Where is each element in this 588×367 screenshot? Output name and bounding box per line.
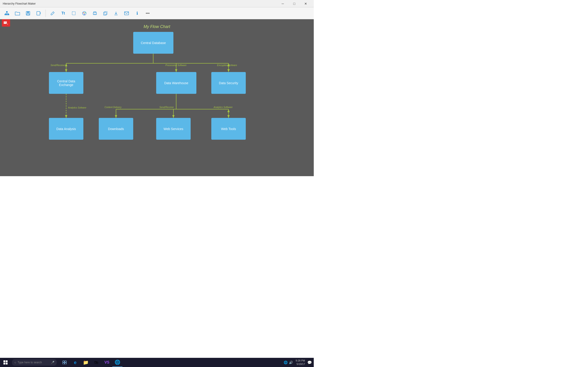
label-encryption-software: Encryption Sofware xyxy=(217,64,237,67)
svg-rect-11 xyxy=(27,14,29,15)
node-web-services[interactable]: Web Services xyxy=(156,118,191,140)
node-data-security[interactable]: Data Security xyxy=(211,72,246,94)
svg-point-16 xyxy=(85,12,86,13)
print-button[interactable] xyxy=(90,8,100,18)
palette-button[interactable] xyxy=(79,8,89,18)
chart-canvas: My Flow Chart Sen xyxy=(0,19,314,176)
app-logo xyxy=(2,19,10,27)
save-as-button[interactable] xyxy=(34,8,44,18)
mail-button[interactable] xyxy=(121,8,132,18)
label-analytics-software-2: Analytics Software xyxy=(214,106,233,108)
node-data-analysis[interactable]: Data Analysis xyxy=(49,118,83,140)
svg-marker-48 xyxy=(227,115,230,118)
logo-icon xyxy=(2,19,10,27)
svg-marker-47 xyxy=(227,109,230,112)
label-send-receive-2: Send/Receive xyxy=(159,106,174,108)
svg-marker-37 xyxy=(227,69,230,72)
svg-point-17 xyxy=(84,14,85,15)
svg-rect-24 xyxy=(4,21,7,24)
node-central-data-exchange[interactable]: Central Data Exchange xyxy=(49,72,83,94)
node-web-tools[interactable]: Web Tools xyxy=(211,118,246,140)
svg-rect-19 xyxy=(94,14,96,15)
svg-rect-2 xyxy=(6,14,8,15)
svg-rect-21 xyxy=(104,11,107,15)
minimize-button[interactable]: ─ xyxy=(277,0,288,7)
maximize-button[interactable]: □ xyxy=(289,0,300,7)
edit-button[interactable] xyxy=(48,8,58,18)
node-central-database[interactable]: Central Database xyxy=(133,32,173,54)
label-processing-software: Processing Software xyxy=(165,64,187,67)
svg-marker-31 xyxy=(65,63,67,66)
svg-marker-43 xyxy=(115,115,117,118)
text-button[interactable]: Tt xyxy=(58,8,68,18)
svg-rect-0 xyxy=(6,11,8,12)
window-controls: ─ □ ✕ xyxy=(277,0,311,7)
more-button[interactable]: ••• xyxy=(143,8,153,18)
info-button[interactable]: ℹ xyxy=(132,8,142,18)
close-button[interactable]: ✕ xyxy=(300,0,311,7)
svg-marker-32 xyxy=(65,69,67,72)
node-data-warehouse[interactable]: Data Warehouse xyxy=(156,72,196,94)
select-button[interactable] xyxy=(69,8,79,18)
svg-rect-13 xyxy=(72,12,75,15)
toolbar: Tt ℹ xyxy=(0,7,314,19)
svg-marker-34 xyxy=(175,69,177,72)
svg-rect-3 xyxy=(8,14,9,15)
svg-rect-10 xyxy=(27,11,29,13)
toolbar-divider-1 xyxy=(45,10,46,17)
label-send-receive-1: Send/Receive xyxy=(51,64,65,67)
svg-marker-45 xyxy=(172,115,174,118)
download-button[interactable] xyxy=(111,8,121,18)
save-button[interactable] xyxy=(23,8,33,18)
app-title: Hierarchy Flowchart Maker xyxy=(3,2,36,5)
svg-rect-23 xyxy=(124,12,129,15)
copy-button[interactable] xyxy=(100,8,111,18)
folder-button[interactable] xyxy=(12,8,23,18)
title-bar: Hierarchy Flowchart Maker ─ □ ✕ xyxy=(0,0,314,7)
svg-rect-1 xyxy=(5,14,6,15)
label-analytics-software-1: Analytics Sofware xyxy=(68,106,86,109)
node-downloads[interactable]: Downloads xyxy=(99,118,133,140)
label-content-delivery: Content Delivery xyxy=(104,106,121,108)
svg-marker-39 xyxy=(65,115,67,118)
svg-rect-20 xyxy=(104,12,106,15)
svg-rect-12 xyxy=(37,11,40,15)
chart-title: My Flow Chart xyxy=(144,24,170,29)
hierarchy-button[interactable] xyxy=(2,8,12,18)
svg-point-15 xyxy=(83,12,84,13)
